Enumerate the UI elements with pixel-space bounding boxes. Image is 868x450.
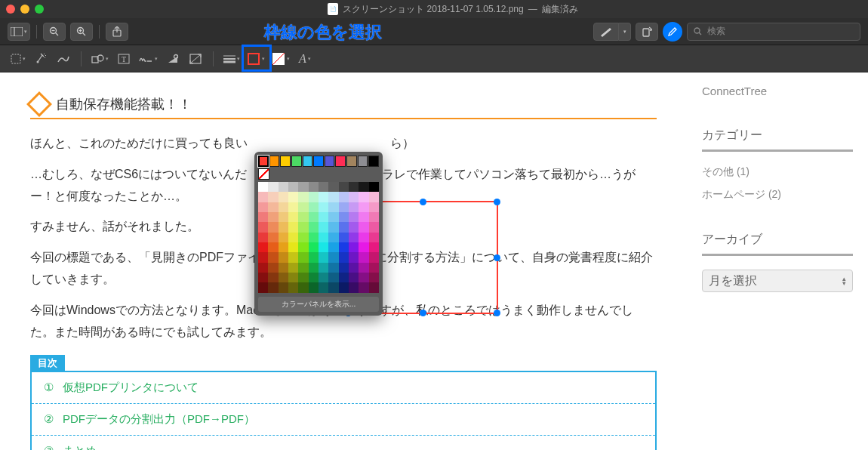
color-swatch[interactable] [298, 212, 308, 222]
color-swatch[interactable] [328, 242, 338, 252]
color-swatch[interactable] [288, 273, 298, 282]
color-swatch[interactable] [349, 263, 359, 273]
color-swatch[interactable] [319, 182, 328, 192]
color-swatch[interactable] [279, 212, 288, 222]
color-swatch[interactable] [258, 212, 268, 222]
toc-item[interactable]: ②PDFデータの分割出力（PDF→PDF） [32, 404, 655, 436]
color-swatch[interactable] [319, 192, 328, 202]
color-swatch[interactable] [359, 273, 368, 282]
color-swatch[interactable] [359, 182, 368, 192]
color-swatch[interactable] [339, 233, 349, 242]
color-swatch[interactable] [268, 233, 278, 242]
color-swatch[interactable] [319, 252, 328, 262]
color-swatch[interactable] [298, 222, 308, 232]
color-swatch[interactable] [279, 273, 288, 282]
color-swatch[interactable] [288, 252, 298, 262]
color-swatch[interactable] [328, 192, 338, 202]
category-item[interactable]: ホームページ (2) [702, 188, 853, 202]
color-swatch[interactable] [368, 156, 379, 167]
color-swatch[interactable] [279, 192, 288, 202]
text-style-tool[interactable]: A ▾ [295, 49, 315, 69]
color-swatch[interactable] [369, 233, 379, 242]
color-swatch[interactable] [309, 182, 319, 192]
color-swatch[interactable] [349, 202, 359, 212]
color-swatch[interactable] [358, 156, 368, 167]
color-swatch[interactable] [349, 182, 359, 192]
color-swatch[interactable] [328, 233, 338, 242]
color-swatch[interactable] [313, 156, 324, 167]
color-swatch[interactable] [268, 252, 278, 262]
color-swatch[interactable] [279, 263, 288, 273]
color-swatch[interactable] [359, 282, 368, 292]
color-swatch[interactable] [339, 202, 349, 212]
color-swatch[interactable] [339, 192, 349, 202]
color-swatch[interactable] [359, 202, 368, 212]
maximize-window[interactable] [35, 5, 44, 14]
share-button[interactable] [106, 23, 128, 41]
color-swatch[interactable] [258, 156, 269, 167]
color-swatch[interactable] [309, 242, 319, 252]
color-swatch[interactable] [269, 156, 280, 167]
line-style-tool[interactable]: ▾ [221, 49, 242, 69]
color-swatch[interactable] [291, 156, 302, 167]
markup-tool-button[interactable]: ▾ [593, 23, 631, 41]
color-swatch[interactable] [268, 222, 278, 232]
markup-mode-button[interactable] [663, 22, 682, 42]
close-window[interactable] [6, 5, 15, 14]
category-item[interactable]: その他 (1) [702, 165, 853, 179]
text-tool[interactable]: T [114, 49, 134, 69]
color-swatch[interactable] [268, 182, 278, 192]
color-swatch[interactable] [258, 233, 268, 242]
color-swatch[interactable] [298, 282, 308, 292]
color-swatch[interactable] [309, 202, 319, 212]
color-swatch[interactable] [288, 282, 298, 292]
color-swatch[interactable] [369, 242, 379, 252]
color-swatch[interactable] [280, 156, 291, 167]
color-swatch[interactable] [258, 192, 268, 202]
color-swatch[interactable] [268, 212, 278, 222]
color-swatch[interactable] [279, 222, 288, 232]
color-swatch[interactable] [309, 233, 319, 242]
color-swatch[interactable] [359, 192, 368, 202]
color-swatch[interactable] [319, 202, 328, 212]
color-swatch[interactable] [309, 192, 319, 202]
color-swatch[interactable] [319, 263, 328, 273]
instant-alpha-tool[interactable] [31, 49, 51, 69]
document-canvas[interactable]: 自動保存機能搭載！！ ほんと、これのためだけに買っても良い ら） …むしろ、なぜ… [0, 72, 868, 450]
color-swatch[interactable] [279, 242, 288, 252]
sign-tool[interactable]: ▾ [137, 49, 160, 69]
color-swatch[interactable] [258, 202, 268, 212]
color-swatch[interactable] [328, 212, 338, 222]
color-swatch[interactable] [303, 156, 313, 167]
color-swatch[interactable] [258, 222, 268, 232]
color-swatch[interactable] [258, 273, 268, 282]
color-swatch[interactable] [288, 222, 298, 232]
sidebar-toggle-button[interactable]: ▾ [8, 23, 30, 41]
color-swatch[interactable] [298, 182, 308, 192]
color-swatch[interactable] [359, 233, 368, 242]
color-swatch[interactable] [359, 242, 368, 252]
color-swatch[interactable] [288, 242, 298, 252]
color-swatch[interactable] [349, 192, 359, 202]
color-swatch[interactable] [258, 242, 268, 252]
color-swatch[interactable] [349, 212, 359, 222]
adjust-size-tool[interactable] [186, 49, 205, 69]
color-swatch[interactable] [339, 273, 349, 282]
color-swatch[interactable] [328, 252, 338, 262]
color-swatch[interactable] [298, 202, 308, 212]
color-swatch[interactable] [309, 263, 319, 273]
color-swatch[interactable] [325, 156, 335, 167]
color-swatch[interactable] [369, 192, 379, 202]
color-swatch[interactable] [359, 212, 368, 222]
color-swatch[interactable] [279, 252, 288, 262]
color-swatch[interactable] [279, 282, 288, 292]
color-swatch[interactable] [328, 182, 338, 192]
color-swatch[interactable] [258, 182, 268, 192]
color-swatch[interactable] [328, 202, 338, 212]
color-swatch[interactable] [279, 202, 288, 212]
color-swatch[interactable] [349, 222, 359, 232]
show-color-panel-button[interactable]: カラーパネルを表示... [258, 297, 379, 312]
color-swatch[interactable] [369, 273, 379, 282]
draw-tool[interactable] [54, 49, 73, 69]
color-swatch[interactable] [359, 222, 368, 232]
